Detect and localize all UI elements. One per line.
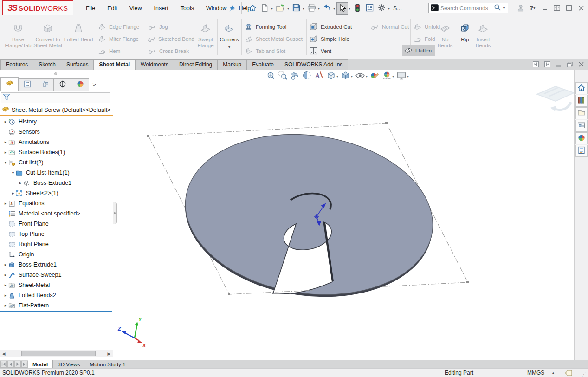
simple-hole-button[interactable]: Simple Hole [309,33,367,45]
zoom-area-button[interactable] [278,71,288,82]
dropdown-caret-icon[interactable]: ▾ [303,6,304,11]
dropdown-caret-icon[interactable]: ▾ [318,6,320,11]
tree-item-cut-list-2[interactable]: ▾Cut list(2) [0,157,113,168]
dropdown-caret-icon[interactable]: ▾ [349,6,350,11]
tree-item-cut-list-item1-1[interactable]: ▾Cut-List-Item1(1) [0,168,113,178]
tree-root-item[interactable]: Sheet Metal Screw (Default<<Default>_ [0,105,113,116]
home-button[interactable] [247,2,258,15]
part-body[interactable] [174,119,443,312]
menu-edit[interactable]: Edit [101,0,123,16]
model-canvas[interactable]: Y Z X [117,70,574,360]
hide-show-button[interactable]: ▾ [355,71,368,82]
expand-arrow-icon[interactable]: ▸ [3,262,8,267]
forming-tool-button[interactable]: Forming Tool [244,21,304,32]
tree-filter-row[interactable] [1,92,110,103]
dimxpert-tab[interactable] [53,78,71,91]
featuremanager-tab[interactable] [0,77,19,91]
edge-flange-button[interactable]: Edge Flange [97,21,147,32]
restore-icon[interactable] [567,62,573,69]
undo-button[interactable] [321,2,333,15]
options-list-button[interactable] [364,2,375,15]
tree-item-origin[interactable]: Origin [0,249,113,260]
traffic-light-button[interactable] [352,2,363,15]
tree-item-boss-extrude1[interactable]: ▸Boss-Extrude1 [0,178,113,188]
dropdown-caret-icon[interactable]: ▾ [392,74,394,78]
sheet-metal-gusset-button[interactable]: Sheet Metal Gusset [244,33,304,45]
menu-view[interactable]: View [123,0,148,16]
tab-sketch[interactable]: Sketch [33,59,61,70]
nav-last-button[interactable] [21,361,28,368]
view-orientation-button[interactable]: ▾ [326,71,339,82]
help-button[interactable]: ?▾ [527,2,539,14]
insert-bends-button[interactable]: Insert Bends [471,19,496,57]
miter-flange-button[interactable]: Miter Flange [97,33,147,45]
expand-arrow-icon[interactable]: ▸ [3,273,8,277]
dropdown-caret-icon[interactable]: ▾ [271,6,273,11]
appearances-button[interactable] [575,132,588,144]
units-caret-icon[interactable]: ▲ [551,369,555,377]
panel-tabs-more-button[interactable]: > [89,78,99,91]
tab-features[interactable]: Features [0,59,33,70]
section-view-button[interactable] [302,71,312,82]
tag-icon[interactable] [564,370,572,377]
tree-item-front-plane[interactable]: Front Plane [0,219,113,229]
tab-surfaces[interactable]: Surfaces [61,59,94,70]
propertymanager-tab[interactable] [18,78,36,91]
tab-markup[interactable]: Markup [217,59,247,70]
expand-arrow-icon[interactable]: ▸ [3,201,8,206]
expand-arrow-icon[interactable]: ▸ [3,150,8,155]
previous-view-button[interactable] [290,71,300,82]
expand-arrow-icon[interactable]: ▸ [3,303,8,308]
pane-left-icon[interactable] [533,61,539,69]
tree-item-surface-bodies-1[interactable]: ▸Surface Bodies(1) [0,147,113,157]
nav-first-button[interactable] [0,361,7,368]
pin-icon[interactable] [226,3,237,13]
dropdown-caret-icon[interactable]: ▾ [333,6,335,11]
account-person-icon[interactable] [515,2,527,14]
dropdown-caret-icon[interactable]: ▾ [336,74,338,78]
annotation-view-button[interactable]: A [314,71,324,82]
nav-next-button[interactable] [14,361,21,368]
configurationmanager-tab[interactable] [36,78,54,91]
search-type-icon[interactable] [431,4,439,13]
doc-tab-3d-views[interactable]: 3D Views [53,360,85,368]
filter-funnel-icon[interactable] [3,93,10,102]
design-library-button[interactable] [575,95,588,107]
expand-arrow-icon[interactable]: ▸ [3,119,8,124]
expand-arrow-icon[interactable]: ▸ [18,181,23,185]
expand-arrow-icon[interactable]: ▸ [10,191,16,195]
collapse-arrow-icon[interactable]: ▾ [10,170,16,175]
tab-direct-editing[interactable]: Direct Editing [174,59,218,70]
swept-flange-button[interactable]: Swept Flange [195,19,216,57]
tab-sheet-metal[interactable]: Sheet Metal [93,59,136,70]
custom-properties-button[interactable] [575,145,588,157]
doc-tab-model[interactable]: Model [28,360,53,368]
menu-tools[interactable]: Tools [174,0,200,16]
doc-tab-motion-study-1[interactable]: Motion Study 1 [85,360,131,368]
corners-caret-icon[interactable]: ▾ [228,45,230,49]
extruded-cut-button[interactable]: Extruded Cut [309,21,367,32]
flatten-button[interactable]: Flatten [402,45,435,56]
panel-splitter-grip[interactable] [54,72,57,75]
sketched-bend-button[interactable]: Sketched Bend [148,33,194,45]
apply-scene-button[interactable]: ▾ [381,71,394,82]
zoom-fit-button[interactable] [265,71,276,82]
nav-prev-button[interactable] [7,361,14,368]
tab-solidworks-add-ins[interactable]: SOLIDWORKS Add-Ins [279,59,348,70]
cross-break-button[interactable]: Cross-Break [148,45,194,57]
jog-button[interactable]: Jog [148,21,194,32]
taskpane-home-button[interactable] [575,82,588,94]
dropdown-caret-icon[interactable]: ▾ [351,74,353,78]
scroll-left-icon[interactable]: ◀ [0,350,7,357]
panel-collapse-handle[interactable] [113,202,117,224]
tab-evaluate[interactable]: Evaluate [246,59,279,70]
search-box[interactable]: ▾ [428,3,508,13]
view-palette-button[interactable] [575,120,588,132]
panel-horizontal-scrollbar[interactable]: ◀ ▶ [0,350,113,358]
dropdown-caret-icon[interactable]: ▾ [388,6,390,11]
scroll-right-icon[interactable]: ▶ [105,350,113,357]
rollback-bar[interactable] [0,311,112,312]
split-window-button[interactable] [551,2,563,14]
file-explorer-button[interactable] [575,107,588,119]
search-caret-icon[interactable]: ▾ [503,6,505,10]
